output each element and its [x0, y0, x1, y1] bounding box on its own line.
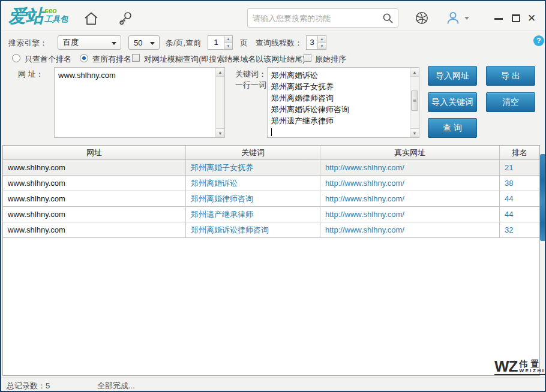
- cell-keyword[interactable]: 郑州遗产继承律师: [186, 207, 320, 222]
- url-value: www.shlhny.com: [55, 68, 224, 81]
- header-real-url[interactable]: 真实网址: [320, 146, 500, 159]
- app-window: 爱站 seo 工具包: [0, 0, 546, 392]
- table-row[interactable]: www.shlhny.com 郑州遗产继承律师 http://www.shlhn…: [3, 207, 539, 222]
- cell-real-url[interactable]: http://www.shlhny.com/: [320, 191, 500, 206]
- minimize-button[interactable]: [493, 13, 504, 24]
- cell-url: www.shlhny.com: [3, 191, 186, 206]
- import-url-button[interactable]: 导入网址: [428, 66, 477, 86]
- results-table: 网址 关键词 真实网址 排名 www.shlhny.com 郑州离婚子女抚养 h…: [2, 145, 540, 376]
- results-body: www.shlhny.com 郑州离婚子女抚养 http://www.shlhn…: [3, 160, 539, 238]
- cell-keyword[interactable]: 郑州离婚子女抚养: [186, 160, 320, 175]
- cell-rank: 32: [500, 222, 539, 237]
- url-textarea[interactable]: www.shlhny.com ▲ ▼: [54, 67, 225, 138]
- close-button[interactable]: ✕: [527, 13, 538, 24]
- page-count-spinner[interactable]: 1 ▲ ▼: [208, 35, 233, 50]
- cell-real-url[interactable]: http://www.shlhny.com/: [320, 176, 500, 191]
- spinner-down-icon[interactable]: ▼: [318, 43, 326, 50]
- scrollbar-thumb[interactable]: ☰: [411, 91, 418, 111]
- cell-real-url[interactable]: http://www.shlhny.com/: [320, 207, 500, 222]
- fuzzy-url-checkbox[interactable]: [132, 54, 140, 62]
- query-button[interactable]: 查 询: [428, 118, 477, 138]
- options-row: 只查首个排名 查所有排名 对网址模糊查询(即搜索结果域名以该网址结尾) 原始排序: [1, 52, 545, 65]
- title-bar: 爱站 seo 工具包: [1, 1, 545, 31]
- chevron-down-icon: [150, 42, 155, 45]
- original-order-checkbox[interactable]: [304, 54, 311, 62]
- weizhi-watermark: WZ 伟置 WEIZHI: [494, 359, 545, 375]
- scroll-down-icon[interactable]: ▼: [216, 128, 224, 137]
- function-search: [247, 8, 398, 28]
- scroll-up-icon[interactable]: ▲: [216, 68, 224, 77]
- status-bar: 总记录数：5 全部完成...: [1, 378, 545, 391]
- spinner-up-icon[interactable]: ▲: [224, 36, 232, 43]
- logo-text-toolkit: 工具包: [44, 14, 68, 23]
- keyword-sublabel: 一行一词: [235, 80, 266, 91]
- maximize-button[interactable]: [511, 13, 521, 24]
- keywords-scrollbar[interactable]: ▲ ☰ ▼: [410, 68, 419, 137]
- watermark-wz: WZ: [494, 359, 517, 373]
- threads-spinner[interactable]: 3 ▲ ▼: [306, 35, 326, 50]
- close-icon: ✕: [527, 13, 536, 24]
- total-records-text: 总记录数：5: [7, 381, 50, 391]
- globe-icon[interactable]: [414, 11, 430, 26]
- engine-label: 搜索引擎：: [8, 38, 47, 49]
- clear-button[interactable]: 清空: [486, 92, 535, 112]
- engine-selected-value: 百度: [63, 37, 79, 48]
- cell-real-url[interactable]: http://www.shlhny.com/: [320, 222, 500, 237]
- cell-keyword[interactable]: 郑州离婚律师咨询: [186, 191, 320, 206]
- cell-rank: 44: [500, 191, 539, 206]
- search-input[interactable]: [253, 9, 373, 27]
- import-keywords-button[interactable]: 导入关键词: [428, 92, 477, 112]
- keywords-textarea[interactable]: 郑州离婚诉讼郑州离婚子女抚养郑州离婚律师咨询郑州离婚诉讼律师咨询郑州遗产继承律师…: [267, 67, 419, 138]
- scroll-down-icon[interactable]: ▼: [410, 128, 419, 137]
- app-logo: 爱站 seo 工具包: [8, 6, 68, 26]
- keywords-lines: 郑州离婚诉讼郑州离婚子女抚养郑州离婚律师咨询郑州离婚诉讼律师咨询郑州遗产继承律师: [268, 68, 419, 138]
- threads-value: 3: [307, 36, 317, 49]
- keyword-line: 郑州离婚诉讼律师咨询: [268, 104, 419, 115]
- search-icon[interactable]: [382, 13, 394, 24]
- keyword-line: 郑州离婚诉讼: [268, 68, 419, 81]
- per-page-select[interactable]: 50: [128, 35, 160, 50]
- user-account-icon[interactable]: [445, 10, 461, 26]
- chevron-down-icon: [112, 42, 116, 45]
- spinner-down-icon[interactable]: ▼: [224, 43, 232, 50]
- engine-select[interactable]: 百度: [58, 35, 121, 50]
- query-toolbar: 搜索引擎： 百度 50 条/页,查前 1 ▲ ▼ 页 查询线程数： 3 ▲ ▼: [1, 32, 545, 52]
- cell-real-url[interactable]: http://www.shlhny.com/: [320, 160, 500, 175]
- page-count-value: 1: [208, 36, 224, 49]
- maximize-icon: [512, 14, 520, 22]
- scroll-up-icon[interactable]: ▲: [410, 68, 419, 77]
- cell-rank: 38: [500, 176, 539, 191]
- help-icon[interactable]: ?: [533, 35, 544, 46]
- table-row[interactable]: www.shlhny.com 郑州离婚诉讼律师咨询 http://www.shl…: [3, 222, 539, 238]
- text-caret-line: [268, 126, 419, 138]
- chevron-down-icon[interactable]: [464, 17, 469, 20]
- url-scrollbar[interactable]: ▲ ▼: [215, 68, 224, 137]
- keyword-line: 郑州离婚律师咨询: [268, 92, 419, 104]
- logo-text-main: 爱站: [8, 6, 43, 26]
- threads-label: 查询线程数：: [256, 38, 302, 49]
- cell-rank: 21: [500, 160, 539, 175]
- spinner-up-icon[interactable]: ▲: [318, 36, 326, 43]
- table-row[interactable]: www.shlhny.com 郑州离婚子女抚养 http://www.shlhn…: [3, 160, 539, 176]
- table-row[interactable]: www.shlhny.com 郑州离婚诉讼 http://www.shlhny.…: [3, 176, 539, 191]
- cell-keyword[interactable]: 郑州离婚诉讼: [186, 176, 320, 191]
- original-order-checkbox-label: 原始排序: [315, 54, 346, 65]
- export-button[interactable]: 导 出: [486, 66, 535, 86]
- table-row[interactable]: www.shlhny.com 郑州离婚律师咨询 http://www.shlhn…: [3, 191, 539, 207]
- user-key-icon[interactable]: [118, 11, 134, 26]
- keyword-line: 郑州遗产继承律师: [268, 115, 419, 126]
- status-message: 全部完成...: [97, 381, 135, 391]
- cell-keyword[interactable]: 郑州离婚诉讼律师咨询: [186, 222, 320, 237]
- radio-first-rank-only[interactable]: [12, 54, 20, 62]
- home-icon[interactable]: [83, 11, 99, 26]
- radio-all-ranks-label: 查所有排名: [92, 54, 131, 65]
- logo-text-seo: seo: [44, 7, 68, 14]
- cell-rank: 44: [500, 207, 539, 222]
- header-rank[interactable]: 排名: [500, 146, 539, 159]
- fuzzy-url-checkbox-label: 对网址模糊查询(即搜索结果域名以该网址结尾): [144, 54, 305, 65]
- header-url[interactable]: 网址: [3, 146, 186, 159]
- watermark-cn: 伟置: [519, 360, 545, 368]
- radio-all-ranks[interactable]: [80, 54, 88, 62]
- header-keyword[interactable]: 关键词: [186, 146, 320, 159]
- side-dock-tab[interactable]: [540, 154, 545, 241]
